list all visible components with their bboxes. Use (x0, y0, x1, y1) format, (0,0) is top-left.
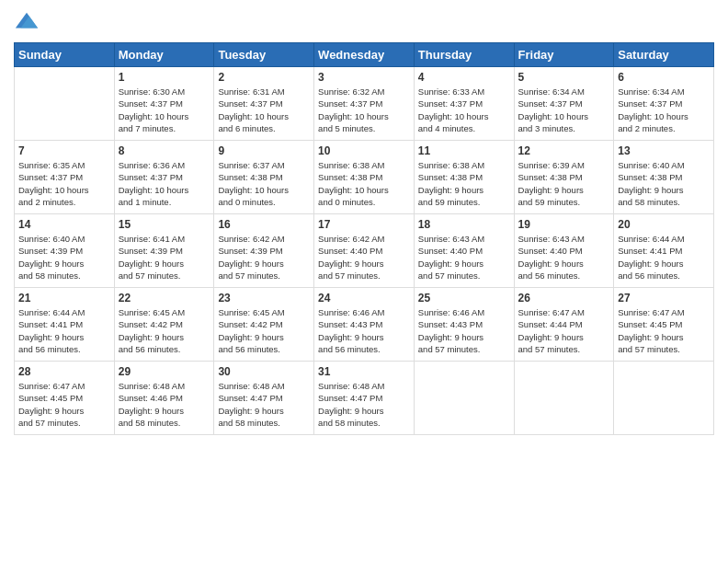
calendar-cell: 19Sunrise: 6:43 AM Sunset: 4:40 PM Dayli… (514, 214, 614, 288)
calendar-cell: 31Sunrise: 6:48 AM Sunset: 4:47 PM Dayli… (314, 362, 415, 435)
day-number: 11 (418, 144, 510, 157)
calendar-cell: 6Sunrise: 6:34 AM Sunset: 4:37 PM Daylig… (614, 67, 714, 141)
calendar-cell: 10Sunrise: 6:38 AM Sunset: 4:38 PM Dayli… (314, 141, 415, 214)
calendar-cell: 2Sunrise: 6:31 AM Sunset: 4:37 PM Daylig… (214, 67, 314, 141)
calendar-cell: 4Sunrise: 6:33 AM Sunset: 4:37 PM Daylig… (414, 67, 514, 141)
calendar-cell: 28Sunrise: 6:47 AM Sunset: 4:45 PM Dayli… (15, 362, 115, 435)
calendar-cell (15, 67, 115, 141)
day-info: Sunrise: 6:43 AM Sunset: 4:40 PM Dayligh… (518, 233, 610, 282)
day-number: 3 (318, 71, 410, 84)
calendar-cell (414, 362, 514, 435)
day-number: 28 (18, 365, 110, 378)
week-row-2: 7Sunrise: 6:35 AM Sunset: 4:37 PM Daylig… (15, 141, 714, 214)
calendar-cell (514, 362, 614, 435)
day-info: Sunrise: 6:38 AM Sunset: 4:38 PM Dayligh… (418, 159, 510, 208)
day-number: 10 (318, 144, 410, 157)
header-row: SundayMondayTuesdayWednesdayThursdayFrid… (15, 43, 714, 67)
day-info: Sunrise: 6:31 AM Sunset: 4:37 PM Dayligh… (218, 86, 310, 134)
calendar-cell: 20Sunrise: 6:44 AM Sunset: 4:41 PM Dayli… (614, 214, 714, 288)
calendar-cell: 11Sunrise: 6:38 AM Sunset: 4:38 PM Dayli… (414, 141, 514, 214)
day-info: Sunrise: 6:43 AM Sunset: 4:40 PM Dayligh… (418, 233, 510, 282)
day-info: Sunrise: 6:40 AM Sunset: 4:39 PM Dayligh… (18, 233, 110, 282)
calendar-cell: 24Sunrise: 6:46 AM Sunset: 4:43 PM Dayli… (314, 288, 415, 362)
day-number: 27 (618, 292, 710, 304)
day-info: Sunrise: 6:47 AM Sunset: 4:45 PM Dayligh… (618, 306, 710, 355)
day-info: Sunrise: 6:45 AM Sunset: 4:42 PM Dayligh… (218, 306, 310, 355)
calendar-body: 1Sunrise: 6:30 AM Sunset: 4:37 PM Daylig… (15, 67, 714, 435)
calendar-cell: 3Sunrise: 6:32 AM Sunset: 4:37 PM Daylig… (314, 67, 415, 141)
day-number: 23 (218, 292, 310, 304)
calendar-cell: 30Sunrise: 6:48 AM Sunset: 4:47 PM Dayli… (214, 362, 314, 435)
day-info: Sunrise: 6:42 AM Sunset: 4:40 PM Dayligh… (318, 233, 410, 282)
header-day-wednesday: Wednesday (314, 43, 415, 67)
day-number: 9 (218, 144, 310, 157)
day-number: 14 (18, 218, 110, 231)
week-row-1: 1Sunrise: 6:30 AM Sunset: 4:37 PM Daylig… (15, 67, 714, 141)
calendar-cell: 1Sunrise: 6:30 AM Sunset: 4:37 PM Daylig… (114, 67, 214, 141)
day-number: 7 (18, 144, 110, 157)
day-info: Sunrise: 6:32 AM Sunset: 4:37 PM Dayligh… (318, 86, 410, 134)
logo-icon (14, 9, 40, 35)
calendar-cell: 18Sunrise: 6:43 AM Sunset: 4:40 PM Dayli… (414, 214, 514, 288)
day-info: Sunrise: 6:44 AM Sunset: 4:41 PM Dayligh… (18, 306, 110, 355)
day-info: Sunrise: 6:48 AM Sunset: 4:47 PM Dayligh… (318, 380, 410, 429)
week-row-3: 14Sunrise: 6:40 AM Sunset: 4:39 PM Dayli… (15, 214, 714, 288)
day-info: Sunrise: 6:41 AM Sunset: 4:39 PM Dayligh… (119, 233, 210, 282)
calendar-header: SundayMondayTuesdayWednesdayThursdayFrid… (15, 43, 714, 67)
day-info: Sunrise: 6:33 AM Sunset: 4:37 PM Dayligh… (418, 86, 510, 134)
day-number: 26 (518, 292, 610, 304)
calendar-cell: 12Sunrise: 6:39 AM Sunset: 4:38 PM Dayli… (514, 141, 614, 214)
calendar-cell (614, 362, 714, 435)
week-row-4: 21Sunrise: 6:44 AM Sunset: 4:41 PM Dayli… (15, 288, 714, 362)
week-row-5: 28Sunrise: 6:47 AM Sunset: 4:45 PM Dayli… (15, 362, 714, 435)
calendar-cell: 17Sunrise: 6:42 AM Sunset: 4:40 PM Dayli… (314, 214, 415, 288)
calendar-cell: 26Sunrise: 6:47 AM Sunset: 4:44 PM Dayli… (514, 288, 614, 362)
header (14, 9, 714, 35)
calendar-cell: 27Sunrise: 6:47 AM Sunset: 4:45 PM Dayli… (614, 288, 714, 362)
header-day-saturday: Saturday (614, 43, 714, 67)
calendar-cell: 8Sunrise: 6:36 AM Sunset: 4:37 PM Daylig… (114, 141, 214, 214)
day-number: 31 (318, 365, 410, 378)
day-info: Sunrise: 6:44 AM Sunset: 4:41 PM Dayligh… (618, 233, 710, 282)
calendar-cell: 13Sunrise: 6:40 AM Sunset: 4:38 PM Dayli… (614, 141, 714, 214)
calendar-cell: 23Sunrise: 6:45 AM Sunset: 4:42 PM Dayli… (214, 288, 314, 362)
day-number: 16 (218, 218, 310, 231)
header-day-friday: Friday (514, 43, 614, 67)
calendar-cell: 16Sunrise: 6:42 AM Sunset: 4:39 PM Dayli… (214, 214, 314, 288)
calendar-cell: 15Sunrise: 6:41 AM Sunset: 4:39 PM Dayli… (114, 214, 214, 288)
calendar-cell: 21Sunrise: 6:44 AM Sunset: 4:41 PM Dayli… (15, 288, 115, 362)
day-info: Sunrise: 6:37 AM Sunset: 4:38 PM Dayligh… (218, 159, 310, 208)
day-number: 29 (119, 365, 210, 378)
day-info: Sunrise: 6:42 AM Sunset: 4:39 PM Dayligh… (218, 233, 310, 282)
day-info: Sunrise: 6:47 AM Sunset: 4:45 PM Dayligh… (18, 380, 110, 429)
day-number: 1 (119, 71, 210, 84)
calendar-cell: 9Sunrise: 6:37 AM Sunset: 4:38 PM Daylig… (214, 141, 314, 214)
day-info: Sunrise: 6:48 AM Sunset: 4:47 PM Dayligh… (218, 380, 310, 429)
day-info: Sunrise: 6:46 AM Sunset: 4:43 PM Dayligh… (318, 306, 410, 355)
day-info: Sunrise: 6:38 AM Sunset: 4:38 PM Dayligh… (318, 159, 410, 208)
calendar-cell: 25Sunrise: 6:46 AM Sunset: 4:43 PM Dayli… (414, 288, 514, 362)
day-info: Sunrise: 6:47 AM Sunset: 4:44 PM Dayligh… (518, 306, 610, 355)
day-number: 21 (18, 292, 110, 304)
day-info: Sunrise: 6:40 AM Sunset: 4:38 PM Dayligh… (618, 159, 710, 208)
day-number: 12 (518, 144, 610, 157)
day-info: Sunrise: 6:45 AM Sunset: 4:42 PM Dayligh… (119, 306, 210, 355)
day-number: 4 (418, 71, 510, 84)
calendar-cell: 22Sunrise: 6:45 AM Sunset: 4:42 PM Dayli… (114, 288, 214, 362)
logo (14, 9, 43, 35)
day-info: Sunrise: 6:34 AM Sunset: 4:37 PM Dayligh… (518, 86, 610, 134)
day-number: 13 (618, 144, 710, 157)
calendar-table: SundayMondayTuesdayWednesdayThursdayFrid… (14, 42, 714, 435)
day-info: Sunrise: 6:48 AM Sunset: 4:46 PM Dayligh… (119, 380, 210, 429)
day-number: 5 (518, 71, 610, 84)
calendar-cell: 14Sunrise: 6:40 AM Sunset: 4:39 PM Dayli… (15, 214, 115, 288)
day-number: 8 (119, 144, 210, 157)
day-info: Sunrise: 6:35 AM Sunset: 4:37 PM Dayligh… (18, 159, 110, 208)
header-day-sunday: Sunday (15, 43, 115, 67)
day-number: 15 (119, 218, 210, 231)
day-number: 6 (618, 71, 710, 84)
day-number: 18 (418, 218, 510, 231)
day-info: Sunrise: 6:46 AM Sunset: 4:43 PM Dayligh… (418, 306, 510, 355)
day-info: Sunrise: 6:36 AM Sunset: 4:37 PM Dayligh… (119, 159, 210, 208)
day-info: Sunrise: 6:39 AM Sunset: 4:38 PM Dayligh… (518, 159, 610, 208)
